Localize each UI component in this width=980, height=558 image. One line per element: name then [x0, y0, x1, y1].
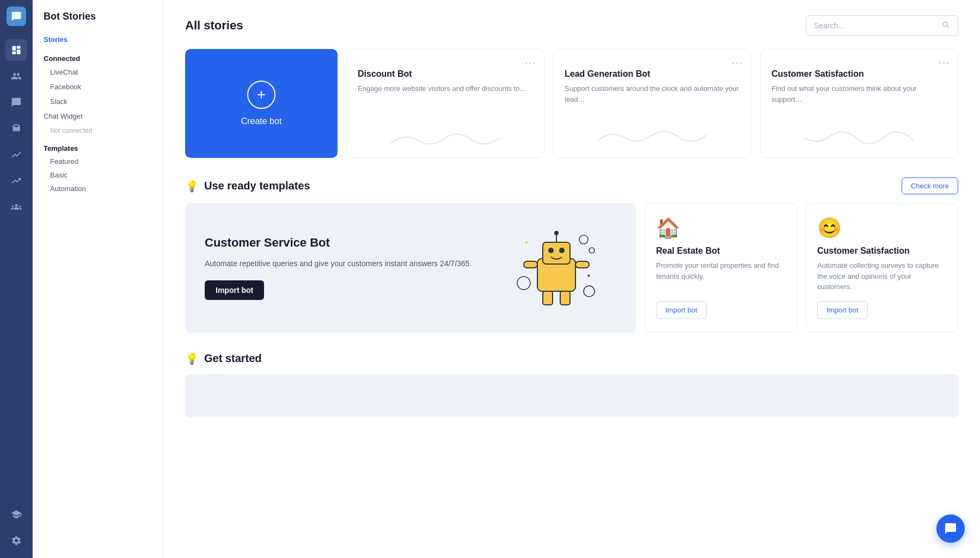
nav-chat-widget-label[interactable]: Chat Widget — [33, 109, 163, 124]
svg-point-14 — [517, 277, 530, 290]
nav-stories-label[interactable]: Stories — [33, 31, 163, 48]
bot-card-customer-sat-title: Customer Satisfaction — [771, 69, 947, 79]
svg-rect-7 — [575, 261, 589, 268]
nav-icon-users[interactable] — [5, 65, 27, 87]
get-started-title: Get started — [204, 352, 262, 365]
featured-import-bot-button[interactable]: Import bot — [205, 280, 264, 300]
nav-not-connected-label: Not connected — [33, 124, 163, 138]
nav-item-livechat[interactable]: LiveChat — [33, 65, 163, 79]
bot-card-lead-gen-title: Lead Generation Bot — [565, 69, 740, 79]
templates-section: 💡 Use ready templates Check more Custome… — [185, 177, 958, 333]
nav-icon-dashboard[interactable] — [5, 39, 27, 61]
bot-card-lead-gen-wave — [565, 111, 740, 149]
nav-icon-growth[interactable] — [5, 170, 27, 192]
bot-card-discount-wave — [358, 101, 533, 149]
real-estate-import-button[interactable]: Import bot — [656, 301, 707, 319]
templates-title-row: 💡 Use ready templates — [185, 180, 310, 193]
featured-template-card[interactable]: Customer Service Bot Automate repetitive… — [185, 203, 636, 333]
nav-icon-settings[interactable] — [5, 530, 27, 551]
svg-rect-6 — [524, 261, 537, 268]
get-started-card[interactable] — [185, 374, 958, 418]
bot-card-customer-sat-wave — [771, 111, 947, 149]
bot-card-menu-discount[interactable]: ··· — [525, 57, 536, 69]
real-estate-template-card[interactable]: 🏠 Real Estate Bot Promote your rental pr… — [645, 203, 797, 333]
customer-sat-import-button[interactable]: Import bot — [817, 301, 868, 319]
customer-sat-template-title: Customer Satisfaction — [817, 246, 947, 256]
bot-card-lead-gen[interactable]: ··· Lead Generation Bot Support customer… — [553, 49, 751, 158]
search-input[interactable] — [814, 21, 941, 30]
nav-item-facebook[interactable]: Facebook — [33, 79, 163, 94]
get-started-section: 💡 Get started — [185, 352, 958, 418]
svg-text:✦: ✦ — [586, 273, 591, 279]
customer-sat-template-desc: Automate collecting surveys to capture t… — [817, 260, 947, 292]
customer-sat-icon: 😊 — [817, 217, 947, 240]
bot-card-discount[interactable]: ··· Discount Bot Engage more website vis… — [346, 49, 544, 158]
icon-sidebar — [0, 0, 33, 558]
nav-icon-education[interactable] — [5, 504, 27, 525]
templates-grid: Customer Service Bot Automate repetitive… — [185, 203, 958, 333]
svg-rect-9 — [560, 291, 570, 305]
featured-card-content: Customer Service Bot Automate repetitive… — [205, 235, 497, 300]
real-estate-icon: 🏠 — [656, 217, 786, 240]
bot-card-menu-lead-gen[interactable]: ··· — [732, 57, 743, 69]
real-estate-title: Real Estate Bot — [656, 246, 786, 256]
create-bot-label: Create bot — [241, 116, 282, 126]
create-bot-plus-icon: + — [247, 81, 275, 109]
app-logo[interactable] — [7, 7, 26, 26]
get-started-bulb-icon: 💡 — [185, 352, 199, 365]
nav-connected-label: Connected — [33, 48, 163, 65]
nav-icon-chat[interactable] — [5, 91, 27, 113]
svg-rect-1 — [543, 242, 570, 264]
nav-item-slack[interactable]: Slack — [33, 94, 163, 109]
svg-text:✦: ✦ — [524, 239, 529, 247]
nav-sidebar: Bot Stories Stories Connected LiveChat F… — [33, 0, 163, 558]
featured-card-title: Customer Service Bot — [205, 235, 497, 251]
nav-icon-team[interactable] — [5, 196, 27, 218]
nav-sidebar-title: Bot Stories — [33, 11, 163, 31]
chat-widget-button[interactable] — [936, 514, 965, 543]
featured-card-desc: Automate repetitive queries and give you… — [205, 257, 497, 269]
main-content: All stories + Create bot ··· Discount Bo… — [163, 0, 980, 558]
nav-item-basic[interactable]: Basic — [33, 168, 163, 182]
svg-point-11 — [589, 248, 595, 253]
nav-icon-analytics[interactable] — [5, 144, 27, 165]
svg-point-3 — [554, 231, 559, 235]
search-bar — [806, 15, 958, 36]
bulb-icon: 💡 — [185, 180, 199, 193]
templates-header: 💡 Use ready templates Check more — [185, 177, 958, 194]
templates-section-title: Use ready templates — [204, 180, 310, 192]
nav-templates-label: Templates — [33, 138, 163, 155]
svg-point-5 — [559, 248, 565, 253]
bot-card-discount-desc: Engage more website visitors and offer d… — [358, 83, 533, 94]
bot-card-customer-sat-desc: Find out what your customers think about… — [771, 83, 947, 105]
svg-point-10 — [579, 235, 588, 244]
svg-rect-8 — [543, 291, 553, 305]
all-stories-title: All stories — [185, 19, 243, 33]
featured-illustration: ✦ ✦ — [507, 223, 616, 312]
nav-icon-database[interactable] — [5, 118, 27, 139]
bot-card-discount-title: Discount Bot — [358, 69, 533, 79]
main-header: All stories — [185, 15, 958, 36]
customer-sat-template-card[interactable]: 😊 Customer Satisfaction Automate collect… — [806, 203, 958, 333]
bot-card-customer-sat[interactable]: ··· Customer Satisfaction Find out what … — [760, 49, 958, 158]
bot-card-lead-gen-desc: Support customers around the clock and a… — [565, 83, 740, 105]
nav-item-featured[interactable]: Featured — [33, 155, 163, 168]
svg-point-15 — [584, 286, 595, 297]
svg-point-4 — [548, 248, 554, 253]
create-bot-card[interactable]: + Create bot — [185, 49, 338, 158]
stories-cards-grid: + Create bot ··· Discount Bot Engage mor… — [185, 49, 958, 158]
search-icon — [941, 20, 950, 31]
get-started-header: 💡 Get started — [185, 352, 958, 365]
check-more-button[interactable]: Check more — [902, 177, 958, 194]
bot-card-menu-customer-sat[interactable]: ··· — [939, 57, 950, 69]
real-estate-desc: Promote your rental properties and find … — [656, 260, 786, 292]
nav-item-automation[interactable]: Automation — [33, 182, 163, 195]
